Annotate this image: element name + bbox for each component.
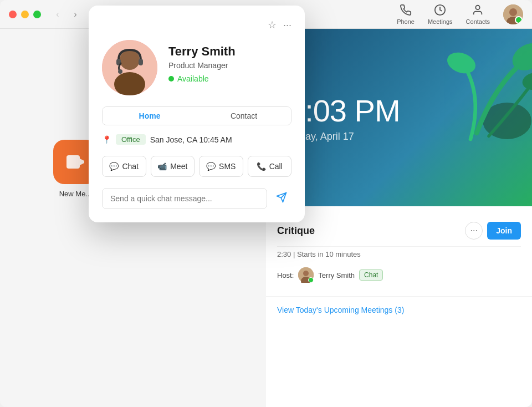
phone-icon: 📞 <box>257 162 266 171</box>
contacts-tab-label: Contacts <box>466 18 490 25</box>
tab-contacts[interactable]: Contacts <box>466 4 490 25</box>
meetings-tab-label: Meetings <box>428 18 453 25</box>
contact-details: Terry Smith Product Manager Available <box>168 40 236 83</box>
star-icon: ☆ <box>268 19 277 30</box>
more-button[interactable]: ··· <box>283 19 291 31</box>
popup-header: ☆ ··· <box>102 19 291 31</box>
status-text: Available <box>177 74 209 83</box>
meeting-panel: Critique ··· Join 2:30 | Starts in 10 mi… <box>266 206 532 296</box>
location-pin-icon: 📍 <box>102 135 111 144</box>
traffic-lights <box>9 11 41 18</box>
chat-button[interactable]: 💬 Chat <box>102 156 146 177</box>
close-button[interactable] <box>9 11 17 18</box>
plant-decoration <box>416 29 532 145</box>
star-button[interactable]: ☆ <box>268 19 277 31</box>
meeting-more-button[interactable]: ··· <box>465 222 483 240</box>
contact-job-title: Product Manager <box>168 61 236 70</box>
host-name: Terry Smith <box>318 271 355 279</box>
host-avatar <box>298 267 314 283</box>
quick-chat-input[interactable] <box>102 188 267 209</box>
quick-chat-row <box>102 188 291 209</box>
maximize-button[interactable] <box>33 11 41 18</box>
status-dot <box>168 76 174 82</box>
contact-info-row: Terry Smith Product Manager Available <box>102 40 291 95</box>
svg-point-14 <box>444 49 479 77</box>
contact-popup: ☆ ··· <box>89 6 305 222</box>
titlebar-nav: Phone Meetings Contacts <box>397 4 523 25</box>
sms-button[interactable]: 💬 SMS <box>199 156 243 177</box>
meeting-chat-badge[interactable]: Chat <box>359 269 383 281</box>
contact-avatar <box>102 40 157 95</box>
tab-home[interactable]: Home <box>103 107 197 125</box>
host-label: Host: <box>277 271 294 279</box>
contact-name: Terry Smith <box>168 44 236 59</box>
meeting-host-row: Host: Terry Smith Chat <box>277 263 521 287</box>
nav-forward-button[interactable]: › <box>68 7 83 22</box>
nav-back-button[interactable]: ‹ <box>50 7 65 22</box>
action-buttons: 💬 Chat 📹 Meet 💬 SMS 📞 Call <box>102 156 291 177</box>
meeting-title-row: Critique ··· Join <box>277 215 521 247</box>
tab-meetings[interactable]: Meetings <box>428 4 453 25</box>
meetings-icon <box>434 4 446 17</box>
sms-icon: 💬 <box>206 162 216 171</box>
avatar[interactable] <box>503 4 523 24</box>
location-row: 📍 Office San Jose, CA 10:45 AM <box>102 134 291 145</box>
calendar-widget: 6:03 PM Friday, April 17 <box>266 29 532 206</box>
nav-arrows: ‹ › <box>50 7 83 22</box>
svg-point-17 <box>303 271 309 276</box>
right-panel: 6:03 PM Friday, April 17 Critique ··· Jo… <box>266 29 532 407</box>
meeting-title: Critique <box>277 225 465 237</box>
svg-point-1 <box>476 5 480 9</box>
svg-point-20 <box>120 50 140 70</box>
meeting-actions: ··· Join <box>465 222 521 240</box>
new-meeting-label: New Me... <box>59 190 92 198</box>
send-button[interactable] <box>272 189 291 208</box>
ellipsis-icon: ··· <box>283 19 291 30</box>
meeting-join-button[interactable]: Join <box>487 222 521 240</box>
send-icon <box>276 192 287 206</box>
svg-rect-5 <box>66 155 80 169</box>
svg-point-24 <box>118 69 122 74</box>
tab-phone[interactable]: Phone <box>397 4 415 25</box>
meeting-time: 2:30 | Starts in 10 minutes <box>277 247 521 263</box>
view-meetings-link[interactable]: View Today's Upcoming Meetings (3) <box>266 296 532 323</box>
location-text: San Jose, CA 10:45 AM <box>150 135 232 144</box>
meet-button[interactable]: 📹 Meet <box>151 156 195 177</box>
svg-point-21 <box>114 72 145 95</box>
contact-status: Available <box>168 74 236 83</box>
phone-icon <box>400 4 412 17</box>
video-icon: 📹 <box>157 162 167 171</box>
contacts-icon <box>472 4 484 17</box>
tabs-row: Home Contact <box>102 106 291 125</box>
tab-contact[interactable]: Contact <box>197 107 291 125</box>
minimize-button[interactable] <box>21 11 29 18</box>
location-badge: Office <box>116 134 146 145</box>
calendar-time: 6:03 PM <box>288 93 400 129</box>
svg-rect-23 <box>139 59 143 65</box>
call-button[interactable]: 📞 Call <box>248 156 292 177</box>
chat-icon: 💬 <box>109 162 119 171</box>
svg-point-3 <box>509 8 517 16</box>
phone-tab-label: Phone <box>397 18 415 25</box>
